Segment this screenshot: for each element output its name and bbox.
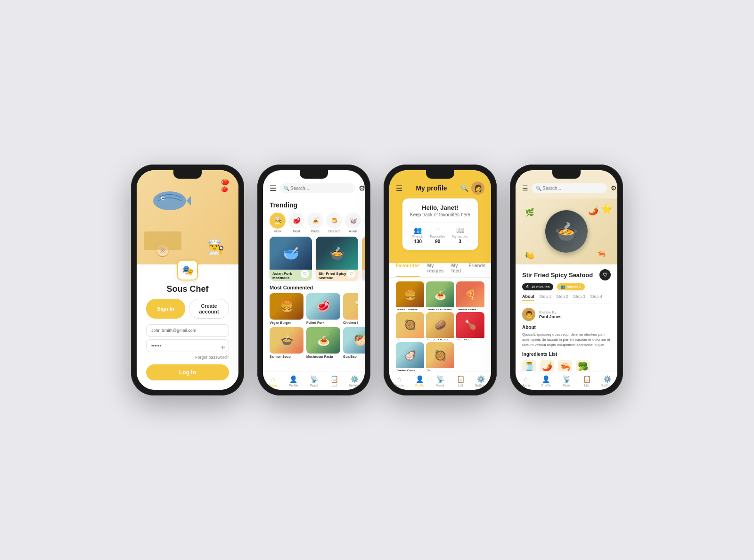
forgot-password-link[interactable]: Forgot password? xyxy=(195,355,229,360)
trending-card-2[interactable]: 🍲 Stir Fried Spicy Seafood ♡ xyxy=(316,237,358,281)
fav-item-5[interactable]: 🥔 Roasted Potatoes xyxy=(426,312,454,341)
myrecipes-value: 3 xyxy=(459,239,461,244)
mushroom-card[interactable]: 🍝 Mushroom Pasta xyxy=(306,327,340,358)
trending-card-3[interactable]: 🥘 Th... ♡ xyxy=(362,237,365,281)
category-salad[interactable]: 🥗 Salad xyxy=(364,213,365,233)
ingredient-shrimp-img: 🦐 xyxy=(558,360,572,371)
category-dessert[interactable]: 🍮 Dessert xyxy=(326,213,342,233)
recipe-nav-settings[interactable]: ⚙️ Settings xyxy=(597,375,617,387)
svg-marker-1 xyxy=(186,194,191,208)
category-new[interactable]: 👨‍🍳 New xyxy=(270,213,286,233)
profile-nav-home[interactable]: ⌂ Home xyxy=(389,375,410,387)
r-settings-icon: ⚙️ xyxy=(603,375,611,383)
filter-icon[interactable]: ⚙ xyxy=(359,184,365,193)
fav-item-1[interactable]: 🍔 Vegan Burger xyxy=(396,281,424,310)
recipe-meta: ⏱ 15 minutes 👥 serves 3 xyxy=(522,283,611,290)
recipe-nav-home[interactable]: ⌂ Home xyxy=(516,375,536,387)
tab-friends[interactable]: Friends xyxy=(468,263,485,277)
fav-item-3[interactable]: 🍕 Paneer Pizza xyxy=(456,281,484,310)
chef-hands-icon: 👨‍🍳 xyxy=(207,239,224,255)
favourites-label: Favourites xyxy=(430,235,445,238)
log-in-button[interactable]: Log In xyxy=(146,364,229,380)
p-feed-label: Feed xyxy=(436,384,444,387)
commented-card-3[interactable]: 🍗 Chicken Souvlaki xyxy=(343,293,358,324)
profile-bottom-nav: ⌂ Home 👤 Profile 📡 Feed 📋 List ⚙️ S xyxy=(389,371,491,390)
category-pasta-label: Pasta xyxy=(311,230,320,233)
recipe-heart-button[interactable]: ♡ xyxy=(599,269,611,280)
spice-deco: 🌶️ xyxy=(588,206,598,216)
p-profile-icon: 👤 xyxy=(416,375,424,383)
tomatoes-deco: 🍅 🍅 xyxy=(221,177,229,192)
meatballs-heart[interactable]: ♡ xyxy=(301,270,309,278)
tab-about[interactable]: About xyxy=(522,294,534,301)
guabao-card[interactable]: 🥙 Gua Bao xyxy=(343,327,365,358)
category-meat[interactable]: 🥩 Meat xyxy=(288,213,304,233)
category-meat-icon: 🥩 xyxy=(288,213,304,229)
profile-actions: 🔍 👩 xyxy=(460,181,484,195)
fav-item-7[interactable]: 🦪 Pantry Cone xyxy=(396,342,424,371)
recipe-hero: ⭐ 🍋 🌿 🍲 🌶️ 🦐 xyxy=(516,198,617,264)
eye-icon[interactable]: 👁 xyxy=(221,345,225,350)
category-pasta[interactable]: 🍝 Pasta xyxy=(307,213,323,233)
nav-settings[interactable]: ⚙️ Settings xyxy=(344,375,365,387)
ingredients-title: Ingredients List xyxy=(522,352,611,357)
fav-item-2[interactable]: 🍝 Pasta and Herbs xyxy=(426,281,454,310)
list-nav-label: List xyxy=(332,384,337,387)
tab-step4[interactable]: Step 4 xyxy=(590,294,602,301)
ingredient-4[interactable]: 🥦 xyxy=(576,360,590,371)
commented-card-1[interactable]: 🍔 Vegan Burger xyxy=(270,293,303,324)
profile-nav-profile[interactable]: 👤 Profile xyxy=(410,375,430,387)
r-list-label: List xyxy=(584,384,590,387)
password-input[interactable] xyxy=(146,339,229,352)
tab-step2[interactable]: Step 2 xyxy=(556,294,568,301)
password-field-wrap: 👁 xyxy=(146,339,229,355)
recipe-menu-icon[interactable]: ☰ xyxy=(522,184,528,192)
profile-screen: ☰ My profile 🔍 👩 Hello, Janet! Keep trac… xyxy=(389,170,491,390)
recipe-author: 👨 Recipe By Paul Jones xyxy=(522,308,611,321)
ingredient-1[interactable]: 🫙 xyxy=(522,360,536,371)
recipe-search-input[interactable] xyxy=(532,183,607,193)
fav-item-6[interactable]: 🍗 Bbq Chicken xyxy=(456,312,484,341)
seafood-heart[interactable]: ♡ xyxy=(347,270,355,278)
category-new-label: New xyxy=(274,230,281,233)
email-input[interactable] xyxy=(146,324,229,337)
trending-card-1[interactable]: 🥣 Asian Pork Meatballs ♡ xyxy=(270,237,312,281)
nav-feed[interactable]: 📡 Feed xyxy=(303,375,324,387)
profile-search-icon[interactable]: 🔍 xyxy=(460,184,468,192)
login-form-section: 🎭 Sous Chef Sign In Create account 👁 For… xyxy=(137,264,238,390)
profile-nav-settings[interactable]: ⚙️ Settings xyxy=(471,375,491,387)
nav-home[interactable]: ⌂ Home xyxy=(263,375,283,387)
ingredient-3[interactable]: 🦐 xyxy=(558,360,572,371)
commented-card-2[interactable]: 🥩 Pulled Pork xyxy=(306,293,340,324)
profile-nav-list[interactable]: 📋 List xyxy=(451,375,471,387)
mushroom-pasta-title: Mushroom Pasta xyxy=(306,355,340,358)
profile-menu-icon[interactable]: ☰ xyxy=(396,184,402,193)
recipe-nav-feed[interactable]: 📡 Feed xyxy=(556,375,576,387)
tab-my-recipes[interactable]: My recipes xyxy=(427,263,444,277)
nav-list[interactable]: 📋 List xyxy=(324,375,344,387)
ingredient-2[interactable]: 🌶️ xyxy=(540,360,554,371)
tab-my-feed[interactable]: My feed xyxy=(451,263,461,277)
most-commented-title: Most Commented xyxy=(270,285,358,290)
create-account-button[interactable]: Create account xyxy=(189,299,229,319)
search-input[interactable] xyxy=(280,183,355,193)
recipe-nav-list[interactable]: 📋 List xyxy=(577,375,597,387)
profile-nav-icon: 👤 xyxy=(289,375,297,383)
menu-icon[interactable]: ☰ xyxy=(270,184,276,193)
profile-nav-feed[interactable]: 📡 Feed xyxy=(430,375,450,387)
category-asian[interactable]: 🥡 Asian xyxy=(345,213,361,233)
tab-step1[interactable]: Step 1 xyxy=(539,294,551,301)
profile-avatar[interactable]: 👩 xyxy=(471,181,484,195)
fav-item-8[interactable]: 🥘 Ch... xyxy=(426,342,454,371)
sign-in-button[interactable]: Sign In xyxy=(146,299,185,319)
p-home-label: Home xyxy=(395,384,404,387)
stat-favourites: ♡ Favourites 90 xyxy=(430,226,445,244)
tab-step3[interactable]: Step 3 xyxy=(573,294,585,301)
salmon-card[interactable]: 🍲 Salmon Soup xyxy=(270,327,303,358)
recipe-nav-profile[interactable]: 👤 Profile xyxy=(536,375,556,387)
recipe-filter-icon[interactable]: ⚙ xyxy=(611,184,617,192)
tab-favourites[interactable]: Favourites xyxy=(396,263,420,277)
nav-profile[interactable]: 👤 Profile xyxy=(283,375,303,387)
fav-ma-label: Ma... xyxy=(396,339,424,341)
fav-item-4[interactable]: 🥘 Ma... xyxy=(396,312,424,341)
